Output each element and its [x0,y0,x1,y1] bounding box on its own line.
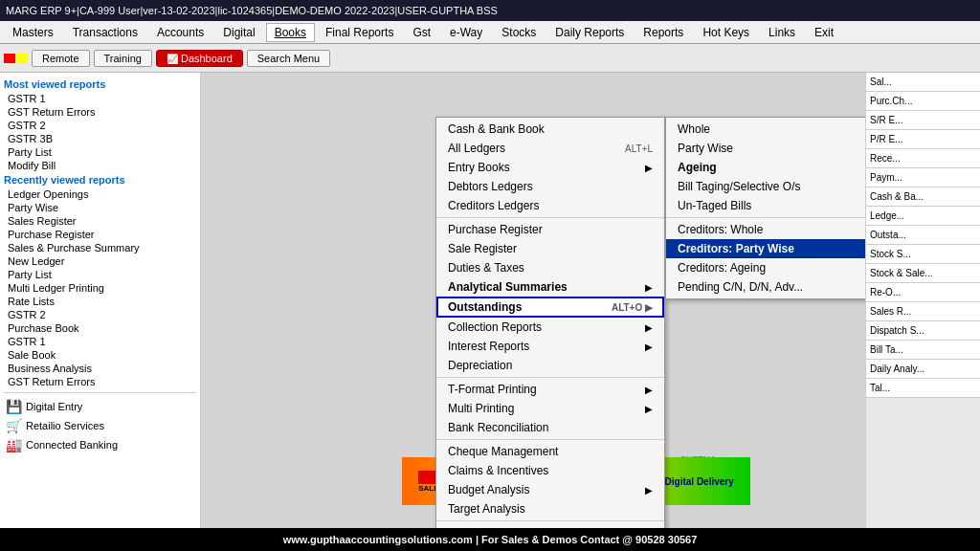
sidebar-item-gstr3b[interactable]: GSTR 3B [4,132,196,145]
books-cheque-management[interactable]: Cheque Management [436,442,664,461]
sidebar-item-sales-register[interactable]: Sales Register [4,214,196,228]
right-btn-tal[interactable]: Tal... [866,379,980,398]
books-entry-books[interactable]: Entry Books▶ [436,158,664,177]
books-collection-reports[interactable]: Collection Reports▶ [436,318,664,337]
out-creditors-party-wise[interactable]: Creditors: Party Wise [666,239,865,258]
right-btn-stock-s[interactable]: Stock S... [866,245,980,264]
sep2 [436,377,664,378]
books-sale-register[interactable]: Sale Register [436,239,664,258]
sidebar-item-gstr2[interactable]: GSTR 2 [4,119,196,132]
menu-digital[interactable]: Digital [214,23,263,42]
sidebar-item-sales-purchase-summary[interactable]: Sales & Purchase Summary [4,241,196,254]
sidebar-item-ledger-openings[interactable]: Ledger Openings [4,187,196,201]
right-btn-outsta[interactable]: Outsta... [866,226,980,245]
menu-bar: Masters Transactions Accounts Digital Bo… [0,21,980,44]
out-sep1 [666,217,865,218]
books-t-format[interactable]: T-Format Printing▶ [436,380,664,399]
sidebar-item-gstr1-2[interactable]: GSTR 1 [4,335,196,348]
sidebar-item-party-list[interactable]: Party List [4,145,196,159]
sidebar-item-modify-bill[interactable]: Modify Bill [4,159,196,172]
toolbar: Remote Training 📈 Dashboard Search Menu [0,44,980,73]
sidebar-item-multi-ledger[interactable]: Multi Ledger Printing [4,281,196,295]
right-btn-pr[interactable]: P/R E... [866,130,980,149]
menu-exit[interactable]: Exit [806,23,842,42]
dashboard-button[interactable]: 📈 Dashboard [156,50,243,67]
books-analytical[interactable]: Analytical Summaries▶ [436,277,664,297]
sidebar-item-rate-lists[interactable]: Rate Lists [4,295,196,308]
sidebar-item-gst-errors2[interactable]: GST Return Errors [4,375,196,388]
out-creditors-ageing[interactable]: Creditors: Ageing [666,258,865,277]
menu-reports[interactable]: Reports [635,23,692,42]
books-purchase-register[interactable]: Purchase Register [436,220,664,239]
books-target-analysis[interactable]: Target Analysis [436,499,664,518]
menu-links[interactable]: Links [760,23,804,42]
out-creditors-whole[interactable]: Creditors: Whole [666,220,865,239]
out-bill-taging[interactable]: Bill Taging/Selective O/s [666,177,865,196]
right-btn-reo[interactable]: Re-O... [866,283,980,302]
menu-eway[interactable]: e-Way [441,23,491,42]
title-text: MARG ERP 9+|CA-999 User|ver-13-02-2023|l… [6,5,498,16]
books-budget-analysis[interactable]: Budget Analysis▶ [436,480,664,499]
right-btn-sales-r[interactable]: Sales R... [866,302,980,321]
menu-stocks[interactable]: Stocks [493,23,545,42]
books-outstandings[interactable]: OutstandingsALT+O ▶ [436,297,664,318]
right-btn-daily[interactable]: Daily Analy... [866,360,980,379]
books-bank-reconciliation[interactable]: Bank Reconciliation [436,418,664,437]
right-panel: Sal... Purc.Ch... S/R E... P/R E... Rece… [865,73,980,528]
right-btn-cash[interactable]: Cash & Ba... [866,187,980,207]
menu-hot-keys[interactable]: Hot Keys [694,23,758,42]
books-multi-printing[interactable]: Multi Printing▶ [436,399,664,418]
menu-gst[interactable]: Gst [404,23,439,42]
remote-button[interactable]: Remote [32,50,90,67]
sidebar-item-gstr2-2[interactable]: GSTR 2 [4,308,196,321]
menu-accounts[interactable]: Accounts [148,23,212,42]
sidebar-item-purchase-book[interactable]: Purchase Book [4,321,196,335]
right-btn-bill-ta[interactable]: Bill Ta... [866,341,980,360]
digital-entry-item[interactable]: 💾 Digital Entry [4,397,196,416]
sidebar-item-party-wise[interactable]: Party Wise [4,201,196,214]
sidebar-item-gstr1[interactable]: GSTR 1 [4,92,196,105]
sidebar-item-purchase-register[interactable]: Purchase Register [4,228,196,241]
books-depreciation[interactable]: Depreciation [436,356,664,375]
connected-banking-item[interactable]: 🏭 Connected Banking [4,435,196,454]
books-dropdown: Cash & Bank Book All LedgersALT+L Entry … [435,117,665,528]
out-party-wise[interactable]: Party Wise [666,139,865,158]
status-text: www.gupthaaccountingsolutions.com | For … [283,534,698,545]
books-creditors-ledgers[interactable]: Creditors Ledgers [436,196,664,215]
out-pending[interactable]: Pending C/N, D/N, Adv... [666,277,865,297]
books-claims[interactable]: Claims & Incentives [436,461,664,480]
right-btn-ledge[interactable]: Ledge... [866,207,980,226]
out-un-taged[interactable]: Un-Taged Bills [666,196,865,215]
sep3 [436,439,664,440]
books-all-ledgers[interactable]: All LedgersALT+L [436,139,664,158]
search-menu-button[interactable]: Search Menu [247,50,330,67]
right-btn-dispatch[interactable]: Dispatch S... [866,321,980,341]
books-interest-reports[interactable]: Interest Reports▶ [436,337,664,356]
menu-final-reports[interactable]: Final Reports [317,23,402,42]
training-button[interactable]: Training [94,50,152,67]
sep1 [436,217,664,218]
books-cash-bank[interactable]: Cash & Bank Book [436,120,664,139]
right-btn-sr[interactable]: S/R E... [866,111,980,130]
ageing-heading: Ageing [666,158,865,177]
sidebar-item-gst-return-errors[interactable]: GST Return Errors [4,105,196,119]
menu-daily-reports[interactable]: Daily Reports [546,23,633,42]
out-whole[interactable]: Whole [666,120,865,139]
books-duties-taxes[interactable]: Duties & Taxes [436,258,664,277]
sidebar: Most viewed reports GSTR 1 GST Return Er… [0,73,201,528]
sidebar-item-business-analysis[interactable]: Business Analysis [4,362,196,375]
books-debtors-ledgers[interactable]: Debtors Ledgers [436,177,664,196]
right-btn-purc[interactable]: Purc.Ch... [866,92,980,111]
sidebar-item-new-ledger[interactable]: New Ledger [4,254,196,268]
menu-books[interactable]: Books [266,23,315,42]
sidebar-item-sale-book[interactable]: Sale Book [4,348,196,362]
books-general-reminders[interactable]: General Reminders [436,523,664,528]
right-btn-paym[interactable]: Paym... [866,168,980,187]
sidebar-item-party-list2[interactable]: Party List [4,268,196,281]
right-btn-stock-sale[interactable]: Stock & Sale... [866,264,980,283]
menu-masters[interactable]: Masters [4,23,62,42]
retailio-item[interactable]: 🛒 Retailio Services [4,416,196,435]
right-btn-rece[interactable]: Rece... [866,149,980,168]
right-btn-sal[interactable]: Sal... [866,73,980,92]
menu-transactions[interactable]: Transactions [64,23,146,42]
